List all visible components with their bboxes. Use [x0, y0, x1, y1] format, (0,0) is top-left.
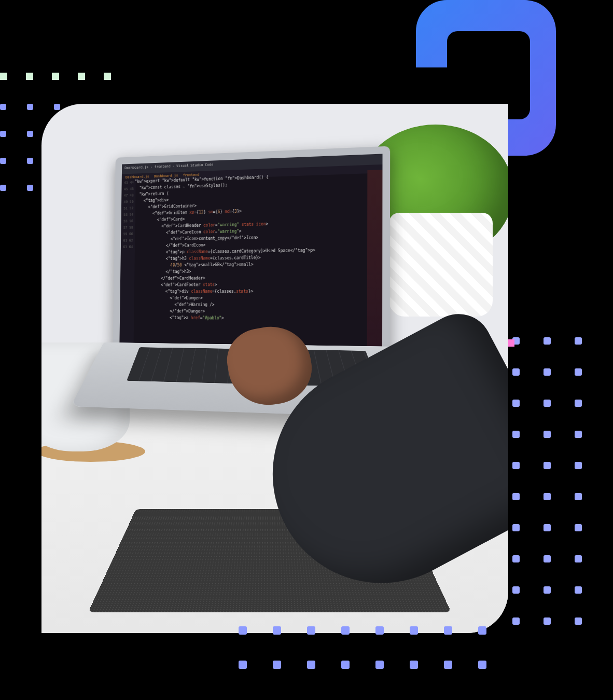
minimap	[367, 170, 383, 346]
dot-grid-right-blue	[512, 337, 582, 625]
laptop-screen: Dashboard.js - frontend - Visual Studio …	[113, 146, 391, 354]
dot-grid-bottom-blue	[239, 626, 486, 669]
photo-card: Dashboard.js - frontend - Visual Studio …	[41, 104, 508, 633]
code-content: "kw">export "kw">default "kw">function "…	[133, 170, 367, 346]
dot-pink	[507, 339, 514, 347]
code-editor: Dashboard.js - frontend - Visual Studio …	[119, 154, 382, 346]
dot-grid-green	[0, 73, 111, 80]
hero-graphic: Dashboard.js - frontend - Visual Studio …	[0, 0, 613, 700]
